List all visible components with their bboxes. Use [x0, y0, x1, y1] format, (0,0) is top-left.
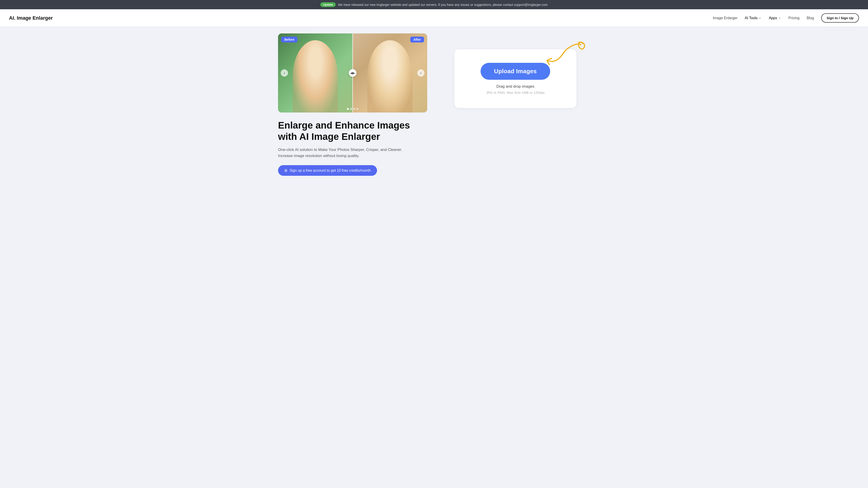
prev-arrow[interactable]: ‹ [281, 69, 288, 76]
image-compare: Before After ◀ ▶ ‹ › [278, 33, 427, 112]
nav-item-apps[interactable]: Apps [769, 16, 781, 20]
announcement-text: We have released our new imglarger websi… [338, 3, 548, 6]
arrow-left-icon: ◀ [350, 71, 352, 75]
main-content: Before After ◀ ▶ ‹ › Enlarge and Enhance… [269, 27, 599, 189]
layers-icon: ⊞ [284, 168, 287, 173]
hero-title: Enlarge and Enhance Images with AI Image… [278, 120, 427, 142]
upload-format-text: JPG or PNG. Max Size 1MB or 1200px [486, 91, 545, 94]
update-badge: Update [320, 2, 336, 7]
announcement-bar: Update We have released our new imglarge… [0, 0, 868, 9]
nav-item-blog[interactable]: Blog [807, 16, 814, 20]
left-panel: Before After ◀ ▶ ‹ › Enlarge and Enhance… [278, 33, 427, 176]
site-logo[interactable]: AI. Image Enlarger [9, 15, 53, 21]
upload-drag-text: Drag and drop images [496, 84, 534, 89]
after-image: After [352, 33, 427, 112]
cta-label: Sign up a free account to get 10 free cr… [289, 168, 371, 173]
nav-signin[interactable]: Sign In / Sign Up [821, 13, 859, 23]
chevron-down-icon [758, 17, 762, 20]
dot-1[interactable] [347, 108, 349, 110]
doodle-arrow [540, 40, 585, 67]
next-arrow[interactable]: › [417, 69, 425, 76]
before-image: Before [278, 33, 352, 112]
hero-subtitle: One-click AI solution to Make Your Photo… [278, 147, 409, 159]
dot-3[interactable] [353, 108, 355, 110]
nav-links: Image Enlarger AI Tools Apps Pricing Blo… [713, 13, 859, 23]
nav-item-image-enlarger[interactable]: Image Enlarger [713, 16, 737, 20]
after-badge: After [410, 37, 424, 42]
chevron-down-icon [778, 17, 781, 20]
right-panel: Upload Images Drag and drop images JPG o… [441, 33, 590, 108]
nav-item-pricing[interactable]: Pricing [788, 16, 800, 20]
arrow-right-icon: ▶ [352, 71, 355, 75]
divider-handle[interactable]: ◀ ▶ [349, 69, 356, 77]
before-badge: Before [281, 37, 298, 42]
upload-button[interactable]: Upload Images [480, 63, 550, 80]
dot-4[interactable] [356, 108, 358, 110]
navbar: AI. Image Enlarger Image Enlarger AI Too… [0, 9, 868, 27]
dot-indicators [347, 108, 358, 110]
dot-2[interactable] [350, 108, 352, 110]
cta-button[interactable]: ⊞ Sign up a free account to get 10 free … [278, 165, 377, 176]
nav-item-ai-tools[interactable]: AI Tools [745, 16, 762, 20]
